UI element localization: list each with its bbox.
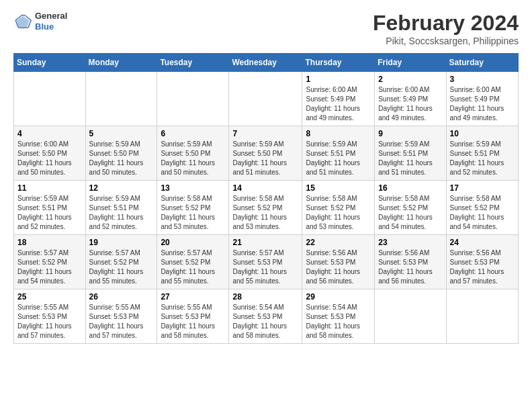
day-info: Sunrise: 5:56 AMSunset: 5:53 PMDaylight:… bbox=[450, 248, 515, 286]
day-number: 5 bbox=[89, 129, 154, 138]
day-info: Sunrise: 5:56 AMSunset: 5:53 PMDaylight:… bbox=[378, 248, 442, 286]
logo: General Blue bbox=[13, 11, 67, 32]
calendar-cell: 6Sunrise: 5:59 AMSunset: 5:50 PMDaylight… bbox=[157, 126, 229, 181]
day-info: Sunrise: 5:58 AMSunset: 5:52 PMDaylight:… bbox=[450, 194, 515, 232]
location: Pikit, Soccsksargen, Philippines bbox=[373, 36, 519, 46]
day-number: 28 bbox=[232, 292, 298, 302]
calendar-cell: 11Sunrise: 5:59 AMSunset: 5:51 PMDayligh… bbox=[14, 181, 86, 235]
calendar-cell: 21Sunrise: 5:57 AMSunset: 5:53 PMDayligh… bbox=[229, 235, 302, 289]
day-number: 6 bbox=[161, 129, 225, 138]
calendar-cell: 9Sunrise: 5:59 AMSunset: 5:51 PMDaylight… bbox=[375, 126, 446, 181]
day-number: 16 bbox=[378, 183, 442, 193]
calendar-cell: 22Sunrise: 5:56 AMSunset: 5:53 PMDayligh… bbox=[302, 235, 375, 289]
calendar: SundayMondayTuesdayWednesdayThursdayFrid… bbox=[13, 53, 519, 344]
calendar-body: 1Sunrise: 6:00 AMSunset: 5:49 PMDaylight… bbox=[14, 72, 519, 344]
day-number: 10 bbox=[450, 129, 515, 138]
day-number: 27 bbox=[161, 292, 225, 302]
day-info: Sunrise: 5:55 AMSunset: 5:53 PMDaylight:… bbox=[89, 303, 154, 340]
day-info: Sunrise: 5:58 AMSunset: 5:52 PMDaylight:… bbox=[161, 194, 225, 232]
calendar-cell: 16Sunrise: 5:58 AMSunset: 5:52 PMDayligh… bbox=[375, 181, 446, 235]
day-info: Sunrise: 5:59 AMSunset: 5:51 PMDaylight:… bbox=[89, 194, 154, 232]
day-info: Sunrise: 5:59 AMSunset: 5:50 PMDaylight:… bbox=[161, 140, 225, 177]
day-info: Sunrise: 5:54 AMSunset: 5:53 PMDaylight:… bbox=[306, 303, 371, 340]
day-info: Sunrise: 5:57 AMSunset: 5:53 PMDaylight:… bbox=[232, 248, 298, 286]
day-info: Sunrise: 5:58 AMSunset: 5:52 PMDaylight:… bbox=[232, 194, 298, 232]
day-number: 15 bbox=[306, 183, 371, 193]
day-number: 3 bbox=[450, 75, 515, 84]
day-info: Sunrise: 5:59 AMSunset: 5:51 PMDaylight:… bbox=[450, 140, 515, 177]
weekday-header: Tuesday bbox=[157, 54, 229, 72]
calendar-cell: 29Sunrise: 5:54 AMSunset: 5:53 PMDayligh… bbox=[302, 289, 375, 344]
day-info: Sunrise: 5:55 AMSunset: 5:53 PMDaylight:… bbox=[17, 303, 82, 340]
weekday-header: Monday bbox=[85, 54, 157, 72]
weekday-header: Wednesday bbox=[229, 54, 302, 72]
day-info: Sunrise: 5:58 AMSunset: 5:52 PMDaylight:… bbox=[378, 194, 442, 232]
day-number: 14 bbox=[232, 183, 298, 193]
day-info: Sunrise: 5:54 AMSunset: 5:53 PMDaylight:… bbox=[232, 303, 298, 340]
month-year: February 2024 bbox=[373, 11, 519, 36]
day-info: Sunrise: 6:00 AMSunset: 5:49 PMDaylight:… bbox=[450, 85, 515, 123]
calendar-week-row: 25Sunrise: 5:55 AMSunset: 5:53 PMDayligh… bbox=[14, 289, 519, 344]
weekday-row: SundayMondayTuesdayWednesdayThursdayFrid… bbox=[14, 54, 519, 72]
calendar-cell: 14Sunrise: 5:58 AMSunset: 5:52 PMDayligh… bbox=[229, 181, 302, 235]
day-info: Sunrise: 5:59 AMSunset: 5:51 PMDaylight:… bbox=[17, 194, 82, 232]
day-info: Sunrise: 6:00 AMSunset: 5:49 PMDaylight:… bbox=[306, 85, 371, 123]
calendar-cell: 23Sunrise: 5:56 AMSunset: 5:53 PMDayligh… bbox=[375, 235, 446, 289]
day-info: Sunrise: 6:00 AMSunset: 5:50 PMDaylight:… bbox=[17, 140, 82, 177]
day-number: 20 bbox=[161, 238, 225, 247]
calendar-week-row: 18Sunrise: 5:57 AMSunset: 5:52 PMDayligh… bbox=[14, 235, 519, 289]
day-info: Sunrise: 5:57 AMSunset: 5:52 PMDaylight:… bbox=[89, 248, 154, 286]
day-info: Sunrise: 5:58 AMSunset: 5:52 PMDaylight:… bbox=[306, 194, 371, 232]
calendar-week-row: 11Sunrise: 5:59 AMSunset: 5:51 PMDayligh… bbox=[14, 181, 519, 235]
day-number: 13 bbox=[161, 183, 225, 193]
day-number: 24 bbox=[450, 238, 515, 247]
header: General Blue February 2024 Pikit, Soccsk… bbox=[13, 11, 519, 46]
logo-icon bbox=[13, 12, 32, 31]
day-number: 18 bbox=[17, 238, 82, 247]
calendar-cell: 1Sunrise: 6:00 AMSunset: 5:49 PMDaylight… bbox=[302, 72, 375, 126]
day-info: Sunrise: 5:59 AMSunset: 5:51 PMDaylight:… bbox=[378, 140, 442, 177]
calendar-cell bbox=[14, 72, 86, 126]
day-number: 9 bbox=[378, 129, 442, 138]
calendar-cell: 12Sunrise: 5:59 AMSunset: 5:51 PMDayligh… bbox=[85, 181, 157, 235]
weekday-header: Thursday bbox=[302, 54, 375, 72]
calendar-cell bbox=[229, 72, 302, 126]
calendar-cell: 13Sunrise: 5:58 AMSunset: 5:52 PMDayligh… bbox=[157, 181, 229, 235]
day-info: Sunrise: 5:55 AMSunset: 5:53 PMDaylight:… bbox=[161, 303, 225, 340]
day-number: 22 bbox=[306, 238, 371, 247]
calendar-cell: 2Sunrise: 6:00 AMSunset: 5:49 PMDaylight… bbox=[375, 72, 446, 126]
calendar-cell: 20Sunrise: 5:57 AMSunset: 5:52 PMDayligh… bbox=[157, 235, 229, 289]
calendar-cell: 28Sunrise: 5:54 AMSunset: 5:53 PMDayligh… bbox=[229, 289, 302, 344]
calendar-cell bbox=[446, 289, 518, 344]
logo-general: General bbox=[35, 11, 67, 21]
day-info: Sunrise: 5:59 AMSunset: 5:50 PMDaylight:… bbox=[89, 140, 154, 177]
day-number: 17 bbox=[450, 183, 515, 193]
day-number: 7 bbox=[232, 129, 298, 138]
calendar-cell: 5Sunrise: 5:59 AMSunset: 5:50 PMDaylight… bbox=[85, 126, 157, 181]
day-number: 19 bbox=[89, 238, 154, 247]
day-info: Sunrise: 5:59 AMSunset: 5:51 PMDaylight:… bbox=[306, 140, 371, 177]
calendar-week-row: 4Sunrise: 6:00 AMSunset: 5:50 PMDaylight… bbox=[14, 126, 519, 181]
calendar-cell: 4Sunrise: 6:00 AMSunset: 5:50 PMDaylight… bbox=[14, 126, 86, 181]
weekday-header: Sunday bbox=[14, 54, 86, 72]
day-number: 12 bbox=[89, 183, 154, 193]
weekday-header: Friday bbox=[375, 54, 446, 72]
calendar-cell: 15Sunrise: 5:58 AMSunset: 5:52 PMDayligh… bbox=[302, 181, 375, 235]
calendar-cell: 7Sunrise: 5:59 AMSunset: 5:50 PMDaylight… bbox=[229, 126, 302, 181]
day-info: Sunrise: 5:59 AMSunset: 5:50 PMDaylight:… bbox=[232, 140, 298, 177]
day-info: Sunrise: 5:56 AMSunset: 5:53 PMDaylight:… bbox=[306, 248, 371, 286]
day-number: 25 bbox=[17, 292, 82, 302]
day-info: Sunrise: 6:00 AMSunset: 5:49 PMDaylight:… bbox=[378, 85, 442, 123]
day-number: 4 bbox=[17, 129, 82, 138]
day-info: Sunrise: 5:57 AMSunset: 5:52 PMDaylight:… bbox=[17, 248, 82, 286]
day-number: 8 bbox=[306, 129, 371, 138]
day-info: Sunrise: 5:57 AMSunset: 5:52 PMDaylight:… bbox=[161, 248, 225, 286]
calendar-header: SundayMondayTuesdayWednesdayThursdayFrid… bbox=[14, 54, 519, 72]
title-section: February 2024 Pikit, Soccsksargen, Phili… bbox=[373, 11, 519, 46]
day-number: 29 bbox=[306, 292, 371, 302]
weekday-header: Saturday bbox=[446, 54, 518, 72]
calendar-cell: 25Sunrise: 5:55 AMSunset: 5:53 PMDayligh… bbox=[14, 289, 86, 344]
calendar-cell bbox=[85, 72, 157, 126]
calendar-cell bbox=[157, 72, 229, 126]
logo-blue: Blue bbox=[35, 21, 67, 32]
